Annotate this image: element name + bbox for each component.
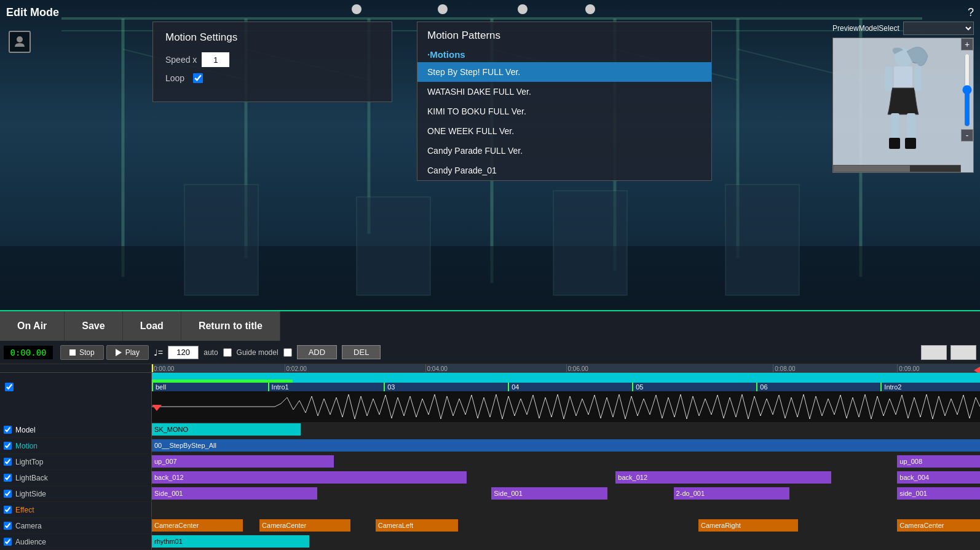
speed-input[interactable] [202,52,229,67]
track-block-camera-center-1[interactable]: CameraCenter [152,519,243,532]
track-checkbox-audience[interactable] [4,538,12,546]
track-label-motion: Motion [0,438,152,453]
track-content-model[interactable]: SK_MONO [152,422,980,437]
track-block-camera-center-3[interactable]: CameraCenter [897,519,980,532]
motion-list-item-2[interactable]: KIMI TO BOKU FULL Ver. [417,102,711,121]
track-checkbox-lightback[interactable] [4,474,12,482]
track-checkbox-lightside[interactable] [4,490,12,498]
zoom-in-button[interactable]: + [961,38,973,50]
speed-label: Speed x [165,55,197,65]
track-name-effect: Effect [15,506,34,514]
track-content-effect[interactable] [152,502,980,517]
track-row-lightside: LightSide Side_001 Side_001 2-do_001 sid… [0,486,980,502]
track-block-2do001[interactable]: 2-do_001 [674,487,790,500]
save-button[interactable]: Save [65,311,122,341]
stop-button[interactable]: Stop [60,345,104,360]
loop-checkbox[interactable] [193,73,203,83]
tempo-icon: ♩= [154,348,163,357]
track-checkbox-effect[interactable] [4,506,12,514]
motion-list-item-5[interactable]: Candy Parade_01 [417,161,711,180]
segment-intro2: Intro2 [880,383,904,391]
track-block-camera-left[interactable]: CameraLeft [376,519,459,532]
timeline-ruler[interactable]: 0:00.00 0:02.00 0:04.00 0:06.00 0:08.00 … [152,364,980,372]
track-block-camera-right[interactable]: CameraRight [698,519,798,532]
track-content-motion[interactable]: 00__StepByStep_All [152,438,980,453]
tempo-input[interactable] [168,346,199,359]
track-content-audience[interactable]: rhythm01 [152,534,980,549]
motion-settings-panel: Motion Settings Speed x Loop [152,22,392,102]
edit-mode-title: Edit Mode [6,6,59,19]
track-name-lightback: LightBack [15,474,48,482]
track-row-lighttop: LightTop up_007 up_008 [0,454,980,470]
track-block-side001-1[interactable]: Side_001 [152,487,317,500]
track-checkbox-model[interactable] [4,426,12,434]
track-block-back012-2[interactable]: back_012 [615,471,831,484]
track-checkbox-motion[interactable] [4,442,12,450]
auto-label: auto [204,348,218,357]
zoom-slider[interactable] [963,53,971,127]
motion-list-item-0[interactable]: Step By Step! FULL Ver. [417,62,711,82]
track-checkbox-camera[interactable] [4,522,12,530]
svg-rect-31 [914,66,922,91]
waveform-svg [152,391,980,422]
segment-04: 04 [508,383,521,391]
preview-model-select[interactable] [903,22,974,35]
svg-point-23 [17,36,23,42]
track-label-lightside: LightSide [0,486,152,501]
track-content-lighttop[interactable]: up_007 up_008 [152,454,980,469]
track-block-rhythm01[interactable]: rhythm01 [152,535,309,548]
track-name-audience: Audience [15,538,46,546]
track-block-side001-3[interactable]: side_001 [897,487,980,500]
waveform-bar[interactable] [152,373,980,383]
track-name-camera: Camera [15,522,42,530]
motion-list-item-3[interactable]: ONE WEEK FULL Ver. [417,121,711,141]
playhead-arrow [152,405,162,411]
play-label: Play [125,348,140,357]
segment-checkbox[interactable] [5,383,14,391]
svg-point-16 [518,4,528,14]
motion-list-item-1[interactable]: WATASHI DAKE FULL Ver. [417,82,711,102]
extra-button-1[interactable] [921,345,947,360]
play-button[interactable]: Play [106,345,149,360]
track-content-camera[interactable]: CameraCenter CameraCenter CameraLeft Cam… [152,518,980,533]
segment-bell: bell [152,383,168,391]
track-block-motion[interactable]: 00__StepByStep_All [152,439,980,452]
motion-list-item-4[interactable]: Candy Parade FULL Ver. [417,141,711,161]
svg-rect-20 [357,197,430,295]
svg-point-14 [352,4,362,14]
auto-checkbox[interactable] [223,348,232,357]
character-silhouette [872,47,934,164]
audio-label [0,391,152,422]
track-block-up008[interactable]: up_008 [897,455,980,468]
bottom-toolbar: On Air Save Load Return to title 0:00.00… [0,310,980,550]
track-block-camera-center-2[interactable]: CameraCenter [259,519,350,532]
on-air-button[interactable]: On Air [0,311,65,341]
track-block-sk-mono[interactable]: SK_MONO [152,423,301,436]
motion-list: Step By Step! FULL Ver.WATASHI DAKE FULL… [417,62,711,180]
timeline-area: 0:00.00 0:02.00 0:04.00 0:06.00 0:08.00 … [0,364,980,550]
svg-rect-26 [891,113,899,141]
svg-rect-19 [184,185,258,295]
ruler-mark-3: 0:06.00 [566,364,588,372]
timeline-controls-row: 0:00.00 Stop Play ♩= auto Guide model AD… [0,341,980,364]
help-button[interactable]: ? [968,6,974,19]
segment-track[interactable]: bell Intro1 03 04 05 06 Intro2 [152,383,980,391]
track-block-side001-2[interactable]: Side_001 [491,487,607,500]
ruler-mark-4: 0:08.00 [773,364,795,372]
zoom-out-button[interactable]: - [961,129,973,141]
ruler-mark-0: 0:00.00 [152,364,174,372]
track-checkbox-lighttop[interactable] [4,458,12,466]
guide-model-checkbox[interactable] [283,348,292,357]
track-content-lightback[interactable]: back_012 back_012 back_004 [152,470,980,485]
svg-rect-29 [905,138,916,149]
motion-settings-title: Motion Settings [165,31,379,44]
extra-button-2[interactable] [950,345,976,360]
track-block-back004[interactable]: back_004 [897,471,980,484]
track-content-lightside[interactable]: Side_001 Side_001 2-do_001 side_001 [152,486,980,501]
load-button[interactable]: Load [123,311,181,341]
track-block-back012-1[interactable]: back_012 [152,471,467,484]
track-block-up007-1[interactable]: up_007 [152,455,334,468]
add-button[interactable]: ADD [297,345,337,359]
return-to-title-button[interactable]: Return to title [181,311,280,341]
del-button[interactable]: DEL [342,345,381,359]
